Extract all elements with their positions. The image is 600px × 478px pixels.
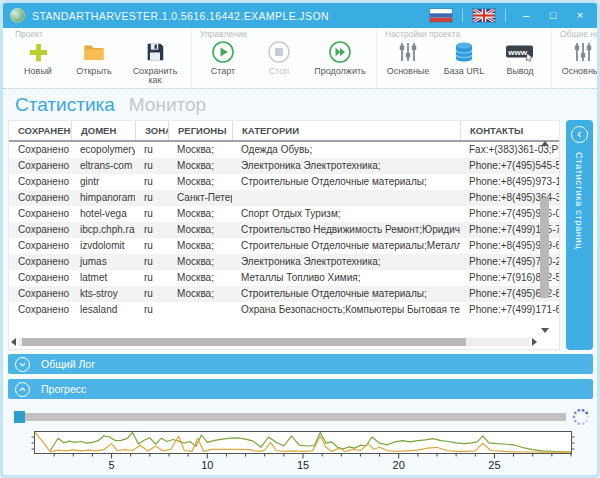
table-cell: Сохранено [9,302,71,318]
table-cell: jumas [71,254,135,270]
table-cell: Москва; [168,142,232,158]
database-icon [452,39,476,65]
table-cell: Сохранено [9,238,71,254]
table-cell: ru [135,158,168,174]
svg-text:20: 20 [393,459,405,471]
table-cell: Москва; [168,222,232,238]
project-settings-main-button[interactable]: Основные [385,39,431,76]
tab-monitor[interactable]: Монитор [129,94,206,116]
table-row[interactable]: Сохраненоeltrans-comruМосква;Электроника… [9,158,559,174]
chevron-down-icon[interactable] [15,357,30,372]
table-row[interactable]: Сохраненоhotel-vegaruМосква;Спорт Отдых … [9,206,559,222]
save-as-button[interactable]: Сохранить как [127,39,183,86]
table-row[interactable]: СохраненоecopolymeryruМосква;Одежда Обув… [9,142,559,158]
table-cell: ru [135,238,168,254]
results-table: СОХРАНЕНОДОМЕНЗОНАРЕГИОНЫКАТЕГОРИИКОНТАК… [8,120,560,350]
horizontal-scrollbar[interactable] [11,336,537,347]
table-cell: Сохранено [9,222,71,238]
table-cell: ru [135,270,168,286]
titlebar-divider [505,9,506,22]
table-cell: himpanorama.oml [71,190,135,206]
url-base-button[interactable]: База URL [441,39,487,76]
close-button[interactable]: × [570,3,590,28]
page-statistics-side-panel[interactable]: Статистика страниц [566,120,593,350]
table-cell: Строительные Отделочные материалы;Металл… [232,238,460,254]
stop-button[interactable]: Стоп [256,39,302,76]
scroll-up-icon[interactable] [541,141,549,146]
expand-left-icon[interactable] [571,126,588,143]
toolbar-group-project: Проект Новый Открыть [7,28,192,88]
view-tabs: Статистика Монитор [3,89,597,120]
table-row[interactable]: СохраненоlatmetruМосква;Металлы Топливо … [9,270,559,286]
horizontal-scrollbar-thumb[interactable] [22,338,466,346]
column-header[interactable]: ДОМЕН [71,121,135,140]
table-cell [232,190,460,206]
column-header[interactable]: КАТЕГОРИИ [232,121,460,140]
table-row[interactable]: СохраненоjumasruМосква;Электроника Элект… [9,254,559,270]
column-header[interactable]: ЗОНА [135,121,168,140]
table-body: СохраненоecopolymeryruМосква;Одежда Обув… [9,142,559,318]
column-header[interactable]: РЕГИОНЫ [168,121,232,140]
table-cell [168,302,232,318]
scroll-right-icon[interactable] [532,338,537,346]
table-cell: ru [135,286,168,302]
toolbar-group-project-settings: Настройки проекта Основные База URL [377,28,552,88]
table-cell: ru [135,222,168,238]
table-cell: Охрана Безопасность;Компьютеры Бытовая т… [232,302,460,318]
table-cell: Сохранено [9,190,71,206]
table-cell: Сохранено [9,286,71,302]
plus-icon [27,39,50,65]
open-button[interactable]: Открыть [71,39,117,86]
table-row[interactable]: СохраненоizvdolomitruМосква;Строительные… [9,238,559,254]
table-cell: Сохранено [9,254,71,270]
scroll-down-icon[interactable] [541,328,549,333]
table-cell: ru [135,254,168,270]
column-header[interactable]: СОХРАНЕНО [9,121,71,140]
www-icon: www. [505,39,535,65]
main-content: СОХРАНЕНОДОМЕНЗОНАРЕГИОНЫКАТЕГОРИИКОНТАК… [8,120,593,350]
table-cell: ru [135,142,168,158]
table-cell: Москва; [168,206,232,222]
start-button[interactable]: Старт [200,39,246,76]
progress-panel-header[interactable]: Прогресс [8,379,593,399]
vertical-scrollbar-thumb[interactable] [540,198,549,298]
floppy-disk-icon [144,39,166,65]
table-cell: lesaland [71,302,135,318]
table-row[interactable]: Сохраненоhimpanorama.omlruСанкт-Петербур… [9,190,559,206]
log-panel-header[interactable]: Общий Лог [8,354,593,374]
table-cell: Санкт-Петербург; [168,190,232,206]
window-title: STANDARTHARVESTER.1.0.5616.16442.EXAMPLE… [32,10,423,22]
russian-flag-icon[interactable] [430,9,452,22]
new-button[interactable]: Новый [15,39,61,86]
scroll-left-icon[interactable] [11,338,16,346]
table-cell: Электроника Электротехника; [232,158,460,174]
minimize-button[interactable]: – [516,3,536,28]
table-cell: Москва; [168,238,232,254]
table-cell: Электроника Электротехника; [232,254,460,270]
title-bar: STANDARTHARVESTER.1.0.5616.16442.EXAMPLE… [3,3,597,28]
progress-bar [14,413,566,421]
column-header[interactable]: КОНТАКТЫ [460,121,559,140]
table-cell: Москва; [168,286,232,302]
continue-button[interactable]: Продолжить [312,39,368,76]
progress-chart: 510152025 [21,431,590,473]
stop-circle-icon [267,39,291,65]
vertical-scrollbar[interactable] [539,141,550,333]
table-row[interactable]: Сохраненоibcp.chph.rasruМосква;Строитель… [9,222,559,238]
fast-forward-circle-icon [328,39,352,65]
table-row[interactable]: СохраненоlesalandruОхрана Безопасность;К… [9,302,559,318]
svg-text:5: 5 [109,459,115,471]
table-cell: Москва; [168,158,232,174]
output-button[interactable]: www. Вывод [497,39,543,76]
table-row[interactable]: СохраненоgintrruМосква;Строительные Отде… [9,174,559,190]
general-settings-main-button[interactable]: Основные [560,39,600,86]
uk-flag-icon[interactable] [473,9,495,22]
maximize-button[interactable]: □ [543,3,563,28]
app-icon [10,8,25,23]
table-cell: Сохранено [9,142,71,158]
chevron-up-icon[interactable] [15,382,30,397]
tab-statistics[interactable]: Статистика [15,94,115,116]
table-cell: Строительные Отделочные материалы; [232,286,460,302]
table-row[interactable]: Сохраненоkts-stroyruМосква;Строительные … [9,286,559,302]
horizontal-scrollbar-track[interactable] [19,338,529,346]
